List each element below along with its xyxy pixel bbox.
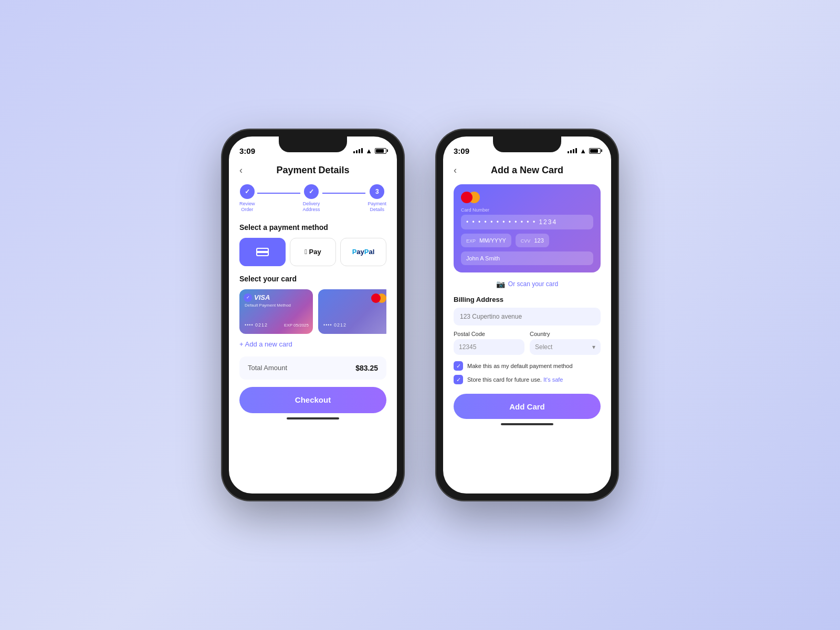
step-label-2: DeliveryAddress xyxy=(302,201,320,213)
step-1: ✓ ReviewOrder xyxy=(239,184,255,213)
page-title-1: Payment Details xyxy=(276,165,349,176)
checkbox-default-payment[interactable] xyxy=(454,361,463,371)
time-1: 3:09 xyxy=(239,146,255,155)
step-label-3: PaymentDetails xyxy=(368,201,386,213)
cvv-field[interactable]: CVV 123 xyxy=(516,234,549,247)
card-number-field[interactable]: • • • • • • • • • • • • 1234 xyxy=(461,215,593,229)
payment-method-title: Select a payment method xyxy=(239,223,386,232)
visa-check-icon: ✓ xyxy=(244,293,252,302)
cvv-value: 123 xyxy=(534,237,543,244)
step-2: ✓ DeliveryAddress xyxy=(302,184,320,213)
phone-1: 3:09 ▲ ‹ xyxy=(222,129,404,501)
paypal-btn[interactable]: PayPal xyxy=(340,238,386,266)
status-icons-2: ▲ xyxy=(568,147,601,155)
visa-card[interactable]: ✓ VISA Default Payment Method •••• 0212 … xyxy=(239,289,313,334)
visa-exp: EXP 05/2025 xyxy=(284,323,309,328)
cardholder-placeholder: John A Smith xyxy=(466,255,500,261)
camera-icon: 📷 xyxy=(496,280,505,288)
country-select[interactable]: Select ▾ xyxy=(530,339,601,355)
apple-pay-btn[interactable]:  Pay xyxy=(290,238,336,266)
page-header-1: ‹ Payment Details xyxy=(239,160,386,184)
phone-2: 3:09 ▲ ‹ xyxy=(436,129,618,501)
notch-1 xyxy=(279,136,347,152)
safe-link[interactable]: It's safe xyxy=(543,376,563,383)
home-bar-1 xyxy=(287,417,339,419)
postal-code-label: Postal Code xyxy=(454,331,524,337)
wifi-icon: ▲ xyxy=(365,147,372,155)
total-label: Total Amount xyxy=(248,364,287,372)
card-display: Card Number • • • • • • • • • • • • 1234… xyxy=(454,184,601,272)
total-value: $83.25 xyxy=(355,364,378,372)
status-icons-1: ▲ xyxy=(353,147,386,155)
back-button-2[interactable]: ‹ xyxy=(454,165,457,176)
cardholder-field[interactable]: John A Smith xyxy=(461,251,593,265)
screen-content-2: ‹ Add a New Card Card Number • • • • • •… xyxy=(443,160,611,494)
step-3: 3 PaymentDetails xyxy=(368,184,386,213)
total-row: Total Amount $83.25 xyxy=(239,356,386,380)
wifi-icon-2: ▲ xyxy=(580,147,586,155)
battery-icon xyxy=(375,148,386,154)
step-line-2 xyxy=(322,193,366,194)
card-section-title: Select your card xyxy=(239,275,386,283)
billing-title: Billing Address xyxy=(454,296,601,303)
mastercard-logo xyxy=(371,293,386,303)
checkbox-row-1: Make this as my default payment method xyxy=(454,361,601,371)
scan-label: Or scan your card xyxy=(508,280,558,288)
billing-address-input[interactable] xyxy=(454,308,601,326)
country-select-label: Select xyxy=(535,343,552,351)
payment-methods:  Pay PayPal xyxy=(239,238,386,266)
battery-icon-2 xyxy=(589,148,601,154)
card-number-value: • • • • • • • • • • • • 1234 xyxy=(466,218,557,226)
step-circle-2: ✓ xyxy=(304,184,319,199)
checkout-button[interactable]: Checkout xyxy=(239,387,386,413)
exp-field[interactable]: EXP MM/YYYY xyxy=(461,234,511,247)
country-label: Country xyxy=(530,331,601,337)
postal-code-input[interactable]: 12345 xyxy=(454,339,524,355)
checkbox-row-2: Store this card for future use. It's saf… xyxy=(454,375,601,384)
step-line-1 xyxy=(257,193,301,194)
progress-steps: ✓ ReviewOrder ✓ DeliveryAddress 3 Paymen… xyxy=(239,184,386,213)
visa-number: •••• 0212 xyxy=(245,322,268,328)
back-button-1[interactable]: ‹ xyxy=(239,165,243,176)
checkbox-default-label: Make this as my default payment method xyxy=(467,363,573,369)
add-card-link[interactable]: + Add a new card xyxy=(239,340,386,348)
billing-section: Billing Address Postal Code 12345 Countr… xyxy=(454,296,601,355)
scan-card-link[interactable]: 📷 Or scan your card xyxy=(454,280,601,288)
exp-label: EXP xyxy=(466,238,476,244)
cvv-label: CVV xyxy=(521,238,531,244)
time-2: 3:09 xyxy=(454,146,469,155)
postal-code-value: 12345 xyxy=(459,343,476,351)
step-circle-1: ✓ xyxy=(240,184,255,199)
step-circle-3: 3 xyxy=(370,184,384,199)
card-number-label: Card Number xyxy=(461,207,593,213)
card-exp-cvv-row: EXP MM/YYYY CVV 123 xyxy=(461,234,593,247)
page-title-2: Add a New Card xyxy=(491,165,563,176)
card-payment-btn[interactable] xyxy=(239,238,286,266)
country-field: Country Select ▾ xyxy=(530,331,601,355)
visa-default-label: Default Payment Method xyxy=(245,303,291,308)
card-icon xyxy=(256,248,269,256)
mc-number: •••• 0212 xyxy=(323,322,346,328)
checkbox-store-label: Store this card for future use. It's saf… xyxy=(467,376,563,383)
paypal-label: PayPal xyxy=(352,248,375,256)
mastercard-card[interactable]: •••• 0212 xyxy=(318,289,386,334)
add-card-button[interactable]: Add Card xyxy=(454,394,601,419)
postal-code-field: Postal Code 12345 xyxy=(454,331,524,355)
home-bar-2 xyxy=(501,423,553,425)
exp-value: MM/YYYY xyxy=(479,237,506,244)
billing-row: Postal Code 12345 Country Select ▾ xyxy=(454,331,601,355)
step-label-1: ReviewOrder xyxy=(239,201,255,213)
chevron-down-icon: ▾ xyxy=(592,343,595,351)
apple-pay-label:  Pay xyxy=(304,248,321,256)
signal-icon-2 xyxy=(568,148,577,153)
screen-content-1: ‹ Payment Details ✓ ReviewOrder ✓ Delive… xyxy=(229,160,397,494)
visa-logo: VISA xyxy=(254,293,270,301)
cards-row: ✓ VISA Default Payment Method •••• 0212 … xyxy=(239,289,386,334)
checkbox-store-card[interactable] xyxy=(454,375,463,384)
signal-icon xyxy=(353,148,363,153)
notch-2 xyxy=(493,136,561,152)
card-mc-logo xyxy=(461,192,593,203)
page-header-2: ‹ Add a New Card xyxy=(454,160,601,184)
